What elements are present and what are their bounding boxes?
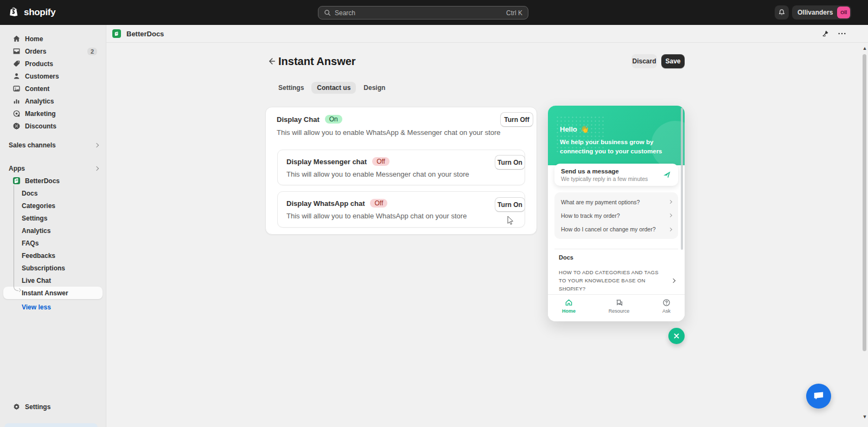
card-title: Display WhatsApp chat (286, 199, 365, 208)
sidebar-item-label: Discounts (25, 122, 56, 130)
faq-label: How do I cancel or change my order? (561, 226, 656, 232)
discard-button[interactable]: Discard (631, 54, 657, 68)
gear-icon (12, 403, 21, 411)
sidebar-item-label: Instant Answer (22, 289, 68, 297)
media-icon (12, 85, 21, 93)
notifications-button[interactable] (775, 5, 789, 20)
app-header: BetterDocs (106, 25, 868, 43)
discount-icon (12, 122, 21, 131)
back-button[interactable] (266, 56, 276, 66)
widget-nav-resource[interactable]: Resource (609, 299, 630, 321)
sidebar-item-content[interactable]: Content (3, 82, 103, 95)
sidebar-item-home[interactable]: Home (3, 33, 103, 45)
clipped-next-doc: ▰▰ ▰▰▰ (559, 288, 591, 290)
send-message-subtitle: We typically reply in a few minutes (561, 176, 662, 182)
more-options-icon[interactable] (838, 30, 846, 37)
status-badge-off: Off (372, 157, 390, 166)
turn-on-messenger-button[interactable]: Turn On (495, 155, 525, 170)
scroll-down-arrow[interactable]: ▼ (862, 414, 867, 419)
card-description: This will allow you to enable WhatsApp c… (286, 212, 516, 220)
save-button[interactable]: Save (661, 54, 685, 68)
status-badge-off: Off (370, 199, 387, 208)
ask-icon (662, 299, 671, 307)
sidebar-item-label: Settings (22, 215, 47, 222)
widget-scrollbar[interactable] (681, 108, 683, 250)
sidebar-item-orders[interactable]: Orders 2 (3, 45, 103, 57)
home-icon (12, 35, 21, 43)
display-whatsapp-card: Display WhatsApp chat Off This will allo… (277, 191, 525, 228)
sidebar-item-label: Analytics (22, 227, 50, 235)
send-message-card[interactable]: Send us a message We typically reply in … (554, 164, 678, 186)
sidebar-item-marketing[interactable]: Marketing (3, 107, 103, 120)
sidebar-section-apps[interactable]: Apps (0, 162, 106, 174)
faq-item[interactable]: How to track my order? (561, 212, 672, 219)
sidebar: Home Orders 2 Products Customers Content… (0, 25, 106, 427)
user-name: Ollivanders (797, 9, 833, 16)
section-label: Apps (9, 165, 25, 172)
turn-off-button[interactable]: Turn Off (500, 112, 533, 127)
chevron-right-icon (94, 143, 99, 147)
chat-launcher-button[interactable] (806, 384, 831, 409)
mouse-cursor (507, 216, 515, 225)
widget-nav-ask[interactable]: Ask (662, 299, 671, 321)
pin-icon[interactable] (821, 30, 829, 37)
tab-design[interactable]: Design (358, 82, 391, 94)
app-header-title: BetterDocs (126, 30, 164, 38)
widget-greeting: Hello (560, 125, 577, 133)
section-label: Sales channels (9, 141, 56, 149)
chevron-right-icon (668, 200, 672, 204)
sidebar-section-sales-channels[interactable]: Sales channels (0, 139, 106, 151)
nav-label: Home (562, 308, 576, 314)
scroll-up-arrow[interactable]: ▲ (862, 46, 867, 51)
sidebar-item-analytics[interactable]: Analytics (3, 95, 103, 107)
widget-header: Hello 👋 We help your business grow by co… (548, 106, 685, 165)
search-input[interactable]: Search Ctrl K (318, 6, 528, 20)
bar-chart-icon (12, 97, 21, 106)
sidebar-item-label: Feedbacks (22, 252, 55, 260)
sidebar-item-label: Marketing (25, 110, 56, 118)
user-menu[interactable]: Ollivanders Oll (792, 5, 851, 20)
tab-contact-us[interactable]: Contact us (311, 82, 356, 94)
sidebar-item-label: Customers (25, 73, 59, 80)
card-description: This will allow you to enable WhatsApp &… (277, 128, 526, 137)
avatar: Oll (837, 7, 850, 18)
card-title: Display Messenger chat (286, 158, 367, 166)
topbar: shopify Search Ctrl K Ollivanders Oll (0, 0, 868, 25)
faq-item[interactable]: How do I cancel or change my order? (561, 226, 672, 232)
widget-nav-home[interactable]: Home (562, 299, 576, 321)
card-title: Display Chat (277, 115, 320, 124)
chevron-right-icon (671, 279, 675, 283)
shopify-bag-icon (9, 7, 21, 18)
sidebar-item-label: Settings (25, 403, 50, 411)
orders-count-badge: 2 (87, 48, 97, 55)
nav-label: Ask (662, 308, 671, 314)
faq-item[interactable]: What are my payment options? (561, 199, 672, 205)
faq-list: What are my payment options? How to trac… (554, 192, 678, 239)
home-icon (565, 299, 573, 307)
paper-plane-icon (662, 170, 672, 179)
turn-on-whatsapp-button[interactable]: Turn On (495, 197, 525, 212)
non-transferable-badge[interactable]: Non-transferable (4, 423, 98, 427)
sidebar-item-label: Orders (25, 48, 46, 55)
sidebar-item-settings[interactable]: Settings (3, 400, 103, 413)
page-scrollbar[interactable] (863, 54, 866, 351)
sidebar-item-label: Products (25, 60, 53, 68)
view-less-link[interactable]: View less (22, 303, 106, 311)
chevron-right-icon (668, 214, 672, 217)
shopify-logo[interactable]: shopify (9, 7, 55, 18)
sidebar-item-products[interactable]: Products (3, 57, 103, 70)
target-icon (12, 109, 21, 118)
tree-connector-line (14, 185, 18, 291)
widget-close-button[interactable] (668, 328, 685, 344)
send-message-title: Send us a message (561, 168, 662, 174)
sidebar-item-customers[interactable]: Customers (3, 70, 103, 82)
sidebar-item-discounts[interactable]: Discounts (3, 120, 103, 132)
display-messenger-card: Display Messenger chat Off This will all… (277, 150, 525, 185)
chat-bubble-icon (813, 391, 825, 402)
tab-settings[interactable]: Settings (273, 82, 309, 94)
nav-label: Resource (609, 308, 630, 314)
sidebar-item-label: Live Chat (22, 277, 51, 284)
person-icon (12, 72, 21, 81)
divider (554, 249, 678, 249)
sidebar-item-label: Docs (22, 190, 37, 197)
